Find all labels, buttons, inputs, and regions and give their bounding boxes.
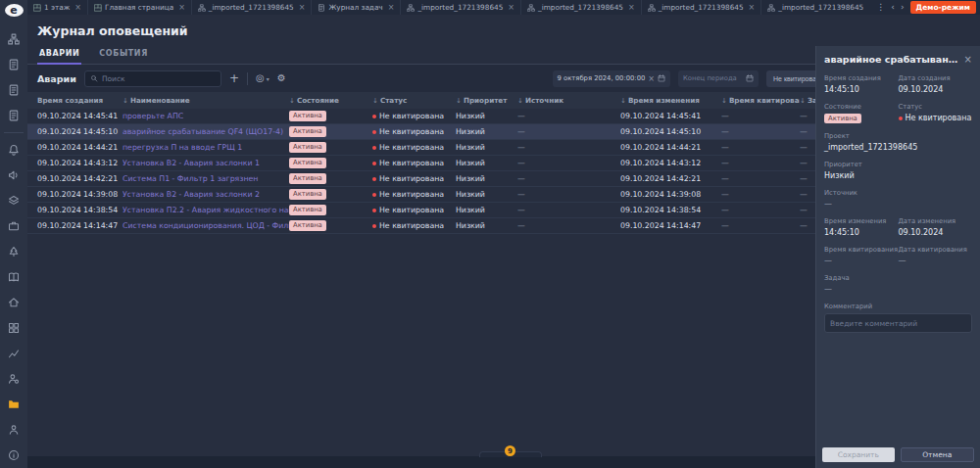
column-header[interactable]: Время создания [27, 96, 122, 105]
end-date-input[interactable] [678, 70, 759, 87]
cell-state: Активна [289, 205, 372, 214]
tab-item[interactable]: _imported_1721398645× [642, 0, 762, 15]
sidebar-item-files[interactable] [0, 392, 27, 417]
start-date-filter[interactable]: 9 октября 2024, 00:00:00 × [553, 70, 670, 87]
alarm-name-link[interactable]: Установка В2 - Авария заслонки 2 [122, 190, 260, 199]
sidebar-item-alarms[interactable] [0, 137, 27, 163]
tab-nav-back-icon[interactable]: ‹ [891, 3, 895, 12]
layers-icon [8, 195, 20, 207]
comment-field[interactable] [830, 319, 966, 328]
clear-date-icon[interactable]: × [648, 74, 655, 83]
alarm-name-link[interactable]: аварийное срабатывание QF4 (ЩО17-4) [122, 127, 283, 136]
close-tab-icon[interactable]: × [299, 3, 306, 12]
close-tab-icon[interactable]: × [749, 3, 756, 12]
tab-item[interactable]: _imported_1721398645× [401, 0, 521, 15]
tab-item[interactable]: _imported_1721398645× [761, 0, 868, 15]
sidebar-item-announcements[interactable] [0, 163, 27, 188]
search-input[interactable] [84, 70, 221, 87]
sidebar-item-account[interactable] [0, 417, 27, 443]
sidebar: e [0, 0, 27, 468]
sort-icon[interactable]: ↓ [517, 97, 523, 105]
status-text: Не квитирована [379, 143, 444, 152]
sidebar-item-modules[interactable] [0, 315, 27, 341]
cancel-button[interactable]: Отмена [901, 447, 975, 462]
page-tab[interactable]: СОБЫТИЯ [97, 45, 150, 65]
end-date-field[interactable] [683, 74, 743, 82]
page-tab[interactable]: АВАРИИ [37, 45, 81, 65]
tab-item[interactable]: _imported_1721398645× [521, 0, 642, 15]
notification-count-badge[interactable]: 9 [505, 445, 515, 456]
cell-created: 09.10.2024 14:38:54 [27, 206, 122, 214]
cell-value: Низкий [456, 112, 485, 120]
alarm-name-link[interactable]: Система кондиционирования. ЦОД - Фильтр … [122, 221, 289, 230]
sidebar-item-objects[interactable] [0, 213, 27, 239]
cell-source: — [517, 206, 620, 214]
column-header[interactable]: ↓Источник [517, 96, 620, 105]
sort-icon[interactable]: ↓ [289, 97, 295, 105]
panel-field: Время создания14:45:10 [824, 74, 899, 94]
sort-icon[interactable]: ↓ [122, 97, 128, 105]
table-settings-button[interactable]: ⚙ [277, 73, 286, 83]
floorplan-icon [94, 4, 102, 12]
close-icon[interactable]: × [964, 54, 972, 65]
close-tab-icon[interactable]: × [388, 3, 395, 12]
panel-field: Проект_imported_1721398645 [824, 132, 972, 152]
column-header[interactable]: ↓Время изменения [620, 96, 721, 105]
close-tab-icon[interactable]: × [628, 3, 635, 12]
column-header[interactable]: ↓Состояние [289, 96, 372, 105]
alarm-name-link[interactable]: Установка П2.2 - Авария жидкостного нагр… [122, 206, 289, 214]
alarm-name-link[interactable]: проверьте АПС [122, 112, 183, 120]
sort-icon[interactable]: ↓ [721, 97, 727, 105]
alarm-name-link[interactable]: Установка В2 - Авария заслонки 1 [122, 159, 260, 167]
cell-value: 09.10.2024 14:39:08 [620, 190, 701, 199]
sidebar-item-projects[interactable] [0, 26, 27, 52]
column-header[interactable]: ↓Время квитирования [721, 96, 800, 105]
panel-field-row: ПриоритетНизкий [824, 161, 972, 180]
sort-icon[interactable]: ↓ [800, 97, 806, 105]
sidebar-item-journal-reports[interactable] [0, 77, 27, 103]
sidebar-item-library[interactable] [0, 264, 27, 290]
alarm-name-link[interactable]: перегрузка П на вводе ГРЩ 1 [122, 143, 242, 152]
sidebar-item-home[interactable] [0, 290, 27, 315]
column-label: Приоритет [464, 96, 508, 105]
cell-created: 09.10.2024 14:14:47 [27, 221, 122, 230]
panel-field: Дата создания09.10.2024 [899, 74, 973, 94]
sidebar-item-journal-pages[interactable] [0, 52, 27, 77]
alarm-name-link[interactable]: Система П1 - Фильтр 1 загрязнен [122, 174, 258, 183]
search-field[interactable] [102, 74, 216, 83]
comment-input[interactable] [824, 313, 972, 333]
sort-icon[interactable]: ↓ [456, 97, 462, 105]
save-button[interactable]: Сохранить [822, 447, 895, 462]
sidebar-item-infrastructure[interactable] [0, 239, 27, 264]
sidebar-item-administration[interactable] [0, 366, 27, 392]
journal-icon [8, 59, 20, 70]
tab-item[interactable]: Журнал задач× [312, 0, 401, 15]
state-badge: Активна [289, 173, 326, 183]
panel-field: Дата квитирования— [899, 246, 973, 265]
sidebar-item-journal-docs[interactable] [0, 103, 27, 128]
tab-item[interactable]: _imported_1721398645× [192, 0, 313, 15]
sort-icon[interactable]: ↓ [620, 97, 626, 105]
cell-value: — [517, 206, 525, 214]
column-header[interactable]: ↓Наименование [122, 96, 289, 105]
tab-item[interactable]: Главная страница× [88, 0, 192, 15]
tab-overflow-icon[interactable]: ⋮ [876, 3, 885, 12]
field-text: — [824, 285, 832, 294]
close-tab-icon[interactable]: × [508, 3, 514, 12]
column-header[interactable]: ↓Приоритет [456, 96, 517, 105]
column-header[interactable]: ↓Статус [372, 96, 456, 105]
app-logo[interactable]: e [5, 4, 24, 17]
tab-item[interactable]: 1 этаж× [27, 0, 88, 15]
cell-acked: — [721, 143, 800, 152]
sidebar-item-layers[interactable] [0, 188, 27, 213]
tab-nav-forward-icon[interactable]: › [901, 3, 905, 12]
cell-created: 09.10.2024 14:43:12 [27, 159, 122, 167]
sidebar-item-trends[interactable] [0, 341, 27, 366]
close-tab-icon[interactable]: × [178, 3, 185, 12]
sidebar-divider [4, 132, 24, 133]
add-button[interactable]: + [229, 72, 239, 84]
sort-icon[interactable]: ↓ [372, 97, 378, 105]
close-tab-icon[interactable]: × [74, 3, 81, 12]
ack-mode-button[interactable]: ◎ ▾ [256, 73, 270, 83]
sidebar-item-about[interactable] [0, 443, 27, 468]
